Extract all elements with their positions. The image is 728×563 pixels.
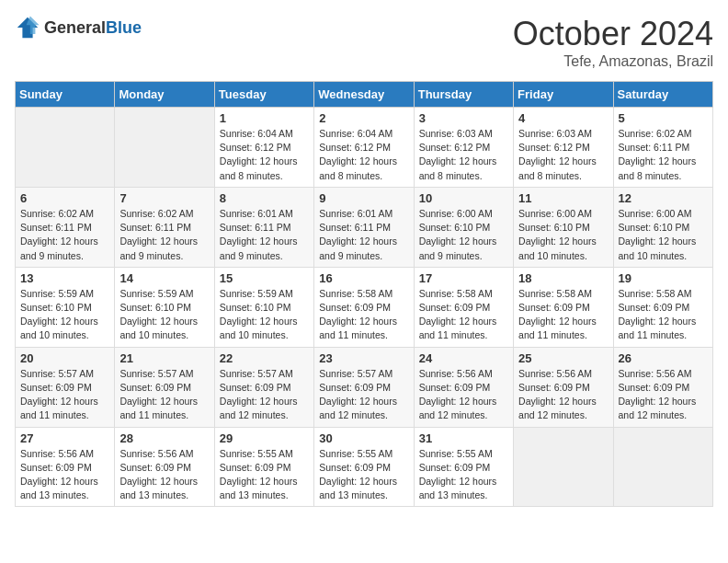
- calendar-week-1: 1Sunrise: 6:04 AM Sunset: 6:12 PM Daylig…: [16, 108, 713, 188]
- calendar-cell: 13Sunrise: 5:59 AM Sunset: 6:10 PM Dayli…: [16, 267, 115, 347]
- calendar-cell: 22Sunrise: 5:57 AM Sunset: 6:09 PM Dayli…: [214, 347, 313, 427]
- day-number: 28: [119, 431, 209, 445]
- calendar-cell: [16, 108, 115, 188]
- calendar-cell: 6Sunrise: 6:02 AM Sunset: 6:11 PM Daylig…: [16, 187, 115, 267]
- calendar-cell: 19Sunrise: 5:58 AM Sunset: 6:09 PM Dayli…: [613, 267, 712, 347]
- day-info: Sunrise: 5:57 AM Sunset: 6:09 PM Dayligh…: [319, 367, 408, 423]
- day-info: Sunrise: 5:58 AM Sunset: 6:09 PM Dayligh…: [319, 287, 408, 343]
- calendar-cell: 17Sunrise: 5:58 AM Sunset: 6:09 PM Dayli…: [414, 267, 513, 347]
- day-info: Sunrise: 5:57 AM Sunset: 6:09 PM Dayligh…: [20, 367, 109, 423]
- day-info: Sunrise: 5:56 AM Sunset: 6:09 PM Dayligh…: [419, 367, 508, 423]
- day-info: Sunrise: 5:58 AM Sunset: 6:09 PM Dayligh…: [518, 287, 608, 343]
- calendar-cell: 26Sunrise: 5:56 AM Sunset: 6:09 PM Dayli…: [613, 347, 712, 427]
- day-info: Sunrise: 6:01 AM Sunset: 6:11 PM Dayligh…: [319, 207, 408, 263]
- calendar-cell: 18Sunrise: 5:58 AM Sunset: 6:09 PM Dayli…: [514, 267, 613, 347]
- day-number: 26: [619, 351, 708, 365]
- day-info: Sunrise: 6:04 AM Sunset: 6:12 PM Dayligh…: [220, 127, 309, 183]
- calendar-cell: 25Sunrise: 5:56 AM Sunset: 6:09 PM Dayli…: [514, 347, 613, 427]
- title-block: October 2024 Tefe, Amazonas, Brazil: [513, 15, 713, 70]
- day-number: 1: [220, 111, 309, 125]
- page-header: GeneralBlue October 2024 Tefe, Amazonas,…: [15, 15, 713, 70]
- day-number: 19: [619, 271, 708, 285]
- day-info: Sunrise: 6:04 AM Sunset: 6:12 PM Dayligh…: [319, 127, 408, 183]
- day-info: Sunrise: 6:00 AM Sunset: 6:10 PM Dayligh…: [419, 207, 508, 263]
- calendar-cell: 31Sunrise: 5:55 AM Sunset: 6:09 PM Dayli…: [414, 427, 513, 507]
- calendar-cell: 29Sunrise: 5:55 AM Sunset: 6:09 PM Dayli…: [214, 427, 313, 507]
- calendar-cell: 24Sunrise: 5:56 AM Sunset: 6:09 PM Dayli…: [414, 347, 513, 427]
- day-number: 11: [518, 191, 608, 205]
- day-info: Sunrise: 6:00 AM Sunset: 6:10 PM Dayligh…: [619, 207, 708, 263]
- day-info: Sunrise: 5:57 AM Sunset: 6:09 PM Dayligh…: [119, 367, 209, 423]
- day-info: Sunrise: 5:56 AM Sunset: 6:09 PM Dayligh…: [20, 447, 109, 503]
- day-info: Sunrise: 6:02 AM Sunset: 6:11 PM Dayligh…: [619, 127, 708, 183]
- day-info: Sunrise: 5:59 AM Sunset: 6:10 PM Dayligh…: [220, 287, 309, 343]
- calendar-cell: 30Sunrise: 5:55 AM Sunset: 6:09 PM Dayli…: [314, 427, 414, 507]
- day-header-wednesday: Wednesday: [314, 82, 414, 108]
- calendar-cell: 1Sunrise: 6:04 AM Sunset: 6:12 PM Daylig…: [214, 108, 313, 188]
- day-number: 4: [518, 111, 608, 125]
- calendar-cell: 20Sunrise: 5:57 AM Sunset: 6:09 PM Dayli…: [16, 347, 115, 427]
- day-info: Sunrise: 5:56 AM Sunset: 6:09 PM Dayligh…: [119, 447, 209, 503]
- calendar-cell: 14Sunrise: 5:59 AM Sunset: 6:10 PM Dayli…: [115, 267, 214, 347]
- day-number: 22: [220, 351, 309, 365]
- calendar-cell: [613, 427, 712, 507]
- day-info: Sunrise: 5:56 AM Sunset: 6:09 PM Dayligh…: [619, 367, 708, 423]
- calendar-cell: 21Sunrise: 5:57 AM Sunset: 6:09 PM Dayli…: [115, 347, 214, 427]
- calendar-week-5: 27Sunrise: 5:56 AM Sunset: 6:09 PM Dayli…: [16, 427, 713, 507]
- day-number: 29: [220, 431, 309, 445]
- day-number: 31: [419, 431, 508, 445]
- day-info: Sunrise: 5:58 AM Sunset: 6:09 PM Dayligh…: [619, 287, 708, 343]
- calendar-cell: 11Sunrise: 6:00 AM Sunset: 6:10 PM Dayli…: [514, 187, 613, 267]
- day-number: 3: [419, 111, 508, 125]
- day-number: 23: [319, 351, 408, 365]
- calendar-cell: 12Sunrise: 6:00 AM Sunset: 6:10 PM Dayli…: [613, 187, 712, 267]
- calendar-week-2: 6Sunrise: 6:02 AM Sunset: 6:11 PM Daylig…: [16, 187, 713, 267]
- day-info: Sunrise: 6:00 AM Sunset: 6:10 PM Dayligh…: [518, 207, 608, 263]
- day-info: Sunrise: 5:55 AM Sunset: 6:09 PM Dayligh…: [319, 447, 408, 503]
- day-header-tuesday: Tuesday: [214, 82, 313, 108]
- location-title: Tefe, Amazonas, Brazil: [513, 53, 713, 70]
- calendar-cell: 4Sunrise: 6:03 AM Sunset: 6:12 PM Daylig…: [514, 108, 613, 188]
- day-number: 25: [518, 351, 608, 365]
- day-header-monday: Monday: [115, 82, 214, 108]
- day-info: Sunrise: 6:02 AM Sunset: 6:11 PM Dayligh…: [119, 207, 209, 263]
- day-number: 12: [619, 191, 708, 205]
- day-info: Sunrise: 5:55 AM Sunset: 6:09 PM Dayligh…: [419, 447, 508, 503]
- calendar-cell: 27Sunrise: 5:56 AM Sunset: 6:09 PM Dayli…: [16, 427, 115, 507]
- day-number: 6: [20, 191, 109, 205]
- calendar-table: SundayMondayTuesdayWednesdayThursdayFrid…: [15, 81, 713, 507]
- logo: GeneralBlue: [15, 15, 142, 40]
- day-number: 21: [119, 351, 209, 365]
- calendar-cell: 8Sunrise: 6:01 AM Sunset: 6:11 PM Daylig…: [214, 187, 313, 267]
- day-info: Sunrise: 5:57 AM Sunset: 6:09 PM Dayligh…: [220, 367, 309, 423]
- calendar-cell: 5Sunrise: 6:02 AM Sunset: 6:11 PM Daylig…: [613, 108, 712, 188]
- day-info: Sunrise: 6:01 AM Sunset: 6:11 PM Dayligh…: [220, 207, 309, 263]
- calendar-cell: 23Sunrise: 5:57 AM Sunset: 6:09 PM Dayli…: [314, 347, 414, 427]
- day-number: 24: [419, 351, 508, 365]
- calendar-cell: 3Sunrise: 6:03 AM Sunset: 6:12 PM Daylig…: [414, 108, 513, 188]
- calendar-week-3: 13Sunrise: 5:59 AM Sunset: 6:10 PM Dayli…: [16, 267, 713, 347]
- calendar-header-row: SundayMondayTuesdayWednesdayThursdayFrid…: [16, 82, 713, 108]
- day-number: 13: [20, 271, 109, 285]
- day-number: 17: [419, 271, 508, 285]
- day-info: Sunrise: 6:02 AM Sunset: 6:11 PM Dayligh…: [20, 207, 109, 263]
- logo-blue: Blue: [106, 18, 142, 37]
- day-info: Sunrise: 5:58 AM Sunset: 6:09 PM Dayligh…: [419, 287, 508, 343]
- calendar-cell: 9Sunrise: 6:01 AM Sunset: 6:11 PM Daylig…: [314, 187, 414, 267]
- day-number: 30: [319, 431, 408, 445]
- calendar-week-4: 20Sunrise: 5:57 AM Sunset: 6:09 PM Dayli…: [16, 347, 713, 427]
- day-number: 2: [319, 111, 408, 125]
- day-info: Sunrise: 6:03 AM Sunset: 6:12 PM Dayligh…: [419, 127, 508, 183]
- logo-general: General: [44, 18, 106, 37]
- logo-icon: [15, 15, 40, 40]
- day-number: 20: [20, 351, 109, 365]
- calendar-cell: 28Sunrise: 5:56 AM Sunset: 6:09 PM Dayli…: [115, 427, 214, 507]
- day-number: 27: [20, 431, 109, 445]
- calendar-cell: [514, 427, 613, 507]
- day-header-saturday: Saturday: [613, 82, 712, 108]
- calendar-cell: 2Sunrise: 6:04 AM Sunset: 6:12 PM Daylig…: [314, 108, 414, 188]
- day-number: 18: [518, 271, 608, 285]
- day-number: 14: [119, 271, 209, 285]
- calendar-cell: 7Sunrise: 6:02 AM Sunset: 6:11 PM Daylig…: [115, 187, 214, 267]
- day-info: Sunrise: 5:59 AM Sunset: 6:10 PM Dayligh…: [119, 287, 209, 343]
